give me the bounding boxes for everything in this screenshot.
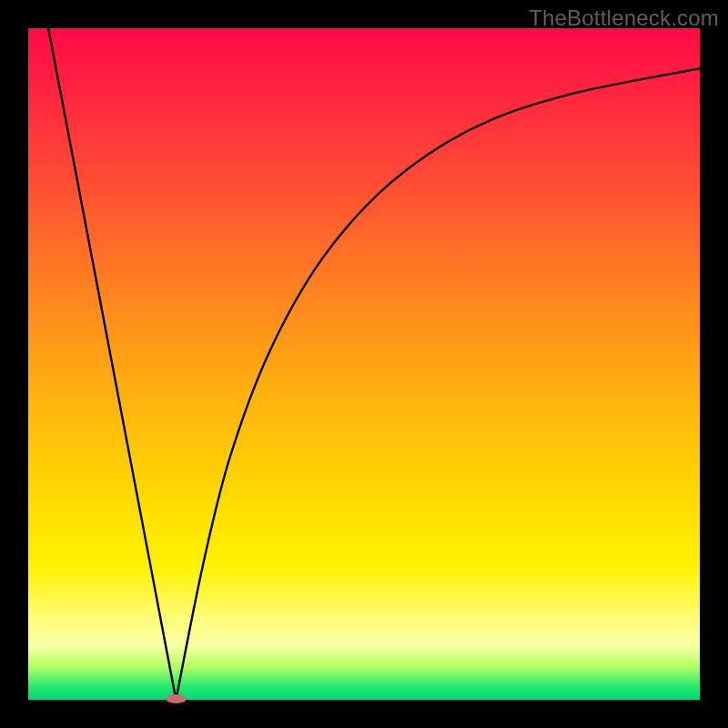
watermark-text: TheBottleneck.com <box>529 5 719 31</box>
minimum-marker <box>166 694 187 703</box>
bottleneck-curve <box>28 28 700 700</box>
plot-area <box>28 28 700 700</box>
chart-frame: TheBottleneck.com <box>0 0 728 728</box>
